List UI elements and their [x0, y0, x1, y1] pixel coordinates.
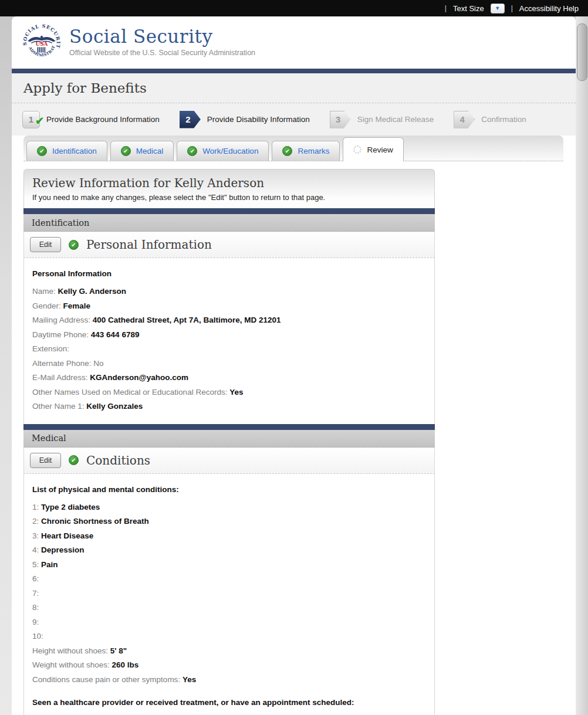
progress-steps: 1 ✔ Provide Background Information 2 Pro… [12, 103, 576, 135]
field-label: Mailing Address: [32, 316, 90, 324]
chevron-down-icon: ▼ [495, 5, 500, 11]
ssa-seal-logo: SOCIAL SECURITY ADMINISTRATION USA [22, 22, 62, 62]
top-utility-bar: | Text Size ▼ | Accessibility Help [0, 0, 588, 16]
condition-number: 2: [32, 517, 39, 526]
medical-section-bar: Medical [23, 430, 435, 448]
tab-medical[interactable]: ✔ Medical [110, 141, 174, 161]
condition-number: 4: [32, 545, 39, 554]
site-header: SOCIAL SECURITY ADMINISTRATION USA Socia… [12, 16, 576, 69]
section-heading: Personal Information [86, 238, 212, 252]
condition-value: Chronic Shortness of Breath [41, 517, 149, 526]
condition-row: 7: [32, 589, 426, 598]
field-value: No [93, 359, 103, 368]
field-label: Extension: [32, 344, 69, 353]
step-4-badge: 4 [454, 111, 475, 128]
review-summary-panel: Review Information for Kelly Anderson If… [23, 169, 435, 208]
header-divider-bar [12, 69, 576, 73]
field-row: Name: Kelly G. Anderson [32, 287, 426, 296]
field-row: Mailing Address: 400 Cathedral Street, A… [32, 316, 426, 324]
tab-remarks[interactable]: ✔ Remarks [272, 141, 340, 161]
accessibility-help-link[interactable]: Accessibility Help [519, 4, 579, 13]
page-title: Apply for Benefits [23, 80, 147, 96]
condition-value: Depression [41, 545, 85, 554]
edit-medical-button[interactable]: Edit [30, 453, 61, 468]
tab-identification[interactable]: ✔ Identification [26, 141, 107, 161]
condition-number: 5: [32, 560, 39, 569]
condition-row: 2: Chronic Shortness of Breath [32, 517, 426, 526]
field-row: E-Mail Address: KGAnderson@yahoo.com [32, 374, 426, 382]
tab-label: Identification [52, 147, 97, 155]
step-4-confirmation: 4 Confirmation [454, 111, 526, 128]
field-row: Extension: [32, 345, 426, 353]
step-label: Confirmation [481, 115, 526, 124]
site-title: Social Security [69, 26, 255, 47]
condition-number: 9: [32, 618, 39, 626]
scrollbar-thumb[interactable] [577, 23, 587, 81]
condition-number: 8: [32, 603, 39, 612]
check-icon: ✔ [121, 146, 131, 156]
field-row: Other Names Used on Medical or Education… [32, 388, 426, 397]
condition-row: 1: Type 2 diabetes [32, 503, 426, 511]
condition-number: 3: [32, 531, 39, 540]
text-size-label: Text Size [453, 4, 484, 13]
field-row: Alternate Phone: No [32, 360, 426, 368]
field-label: Daytime Phone: [32, 330, 89, 339]
step-3-sign-medical-release: 3 Sign Medical Release [330, 111, 434, 128]
condition-row: 9: [32, 618, 426, 626]
field-label: E-Mail Address: [32, 373, 88, 382]
check-icon: ✔ [69, 455, 79, 465]
scrollbar-track[interactable] [576, 16, 588, 715]
step-label: Provide Disability Information [207, 115, 310, 124]
field-label: Other Names Used on Medical or Education… [32, 388, 227, 397]
identification-section-body: Personal Information Name: Kelly G. Ande… [23, 258, 435, 424]
text-size-dropdown-button[interactable]: ▼ [491, 4, 505, 13]
check-icon: ✔ [187, 146, 197, 156]
review-title: Review Information for Kelly Anderson [32, 176, 426, 190]
tab-label: Remarks [298, 147, 329, 155]
tab-work-education[interactable]: ✔ Work/Education [177, 141, 269, 161]
tab-strip: ✔ Identification ✔ Medical ✔ Work/Educat… [23, 135, 563, 161]
section-heading: Conditions [86, 453, 150, 467]
field-value: 400 Cathedral Street, Apt 7A, Baltimore,… [93, 316, 281, 324]
section-divider-bar [23, 424, 435, 430]
step-label: Provide Background Information [46, 115, 160, 124]
condition-row: 4: Depression [32, 546, 426, 554]
condition-number: 7: [32, 589, 39, 598]
field-value: 443 644 6789 [91, 330, 140, 339]
check-icon: ✔ [35, 114, 44, 127]
condition-row: 6: [32, 575, 426, 583]
section-divider-bar [23, 208, 435, 214]
field-value: 5' 8" [110, 646, 127, 655]
step-3-badge: 3 [330, 111, 351, 128]
condition-number: 10: [32, 632, 43, 641]
step-2-badge: 2 [180, 111, 201, 128]
field-label: Gender: [32, 301, 61, 310]
field-row: Conditions cause pain or other symptoms:… [32, 676, 426, 684]
condition-number: 6: [32, 574, 39, 583]
field-label: Name: [32, 287, 56, 296]
field-row: Weight without shoes: 260 lbs [32, 661, 426, 669]
check-icon: ✔ [37, 146, 47, 156]
step-1-badge: 1 ✔ [22, 111, 40, 128]
field-label: Height without shoes: [32, 646, 108, 655]
condition-value: Type 2 diabetes [41, 503, 100, 511]
condition-row: 5: Pain [32, 561, 426, 569]
svg-text:USA: USA [36, 41, 48, 47]
tab-label: Review [367, 145, 393, 154]
separator: | [511, 4, 513, 12]
pending-circle-icon [353, 145, 361, 154]
field-value: KGAnderson@yahoo.com [90, 373, 188, 382]
edit-identification-button[interactable]: Edit [30, 237, 61, 252]
condition-row: 10: [32, 632, 426, 641]
field-row: Height without shoes: 5' 8" [32, 647, 426, 655]
condition-value: Pain [41, 560, 58, 569]
condition-number: 1: [32, 503, 39, 511]
field-value: Female [63, 301, 91, 310]
provider-header: Seen a healthcare provider or received t… [32, 698, 426, 707]
tab-review[interactable]: Review [343, 137, 403, 161]
page-title-band: Apply for Benefits [12, 73, 576, 103]
page-container: SOCIAL SECURITY ADMINISTRATION USA Socia… [12, 16, 576, 715]
field-label: Conditions cause pain or other symptoms: [32, 675, 180, 684]
field-label: Alternate Phone: [32, 359, 92, 368]
medical-section-heading: Edit ✔ Conditions [23, 448, 435, 474]
